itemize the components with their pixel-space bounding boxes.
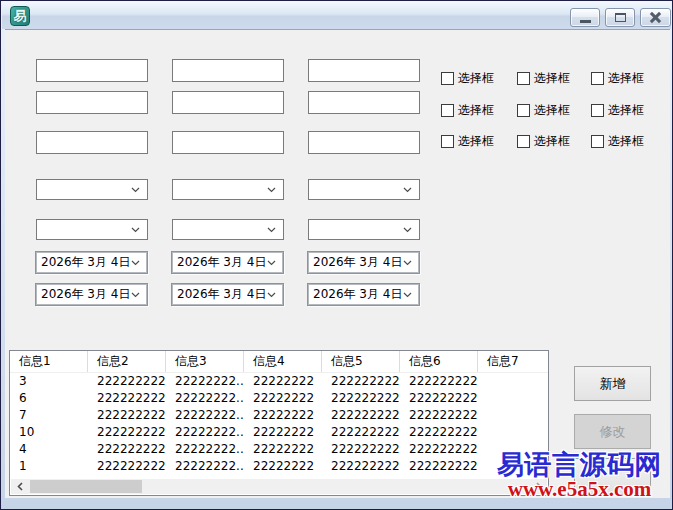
table-cell: 222222222 [322, 390, 400, 407]
date-picker-3[interactable]: 2026年 3月 4日 [307, 251, 420, 274]
date-value: 2026年 3月 4日 [177, 286, 266, 303]
checkbox-3[interactable]: 选择框 [591, 71, 644, 86]
table-cell: 22222222 [244, 390, 322, 407]
table-row[interactable]: 1022222222222222222...222222222222222222… [10, 424, 548, 441]
text-field-4[interactable] [36, 91, 148, 114]
close-icon [650, 12, 661, 23]
column-header[interactable]: 信息7 [478, 351, 548, 372]
maximize-icon [615, 13, 626, 22]
table-cell: 2222222222 [400, 373, 478, 390]
chevron-down-icon [267, 260, 276, 266]
checkbox-box [441, 72, 454, 85]
maximize-button[interactable] [605, 8, 635, 27]
table-cell [478, 390, 548, 407]
minimize-icon [580, 20, 591, 23]
table-cell: 22222222... [166, 407, 244, 424]
checkbox-label: 选择框 [458, 133, 494, 150]
table-cell: 222222222 [322, 424, 400, 441]
checkbox-box [441, 104, 454, 117]
column-header[interactable]: 信息1 [10, 351, 88, 372]
date-picker-4[interactable]: 2026年 3月 4日 [35, 283, 148, 306]
table-header-row: 信息1信息2信息3信息4信息5信息6信息7 [10, 351, 548, 373]
checkbox-1[interactable]: 选择框 [441, 71, 494, 86]
checkbox-4[interactable]: 选择框 [441, 103, 494, 118]
table-cell: 2222222222 [400, 390, 478, 407]
close-button[interactable] [640, 8, 671, 27]
date-picker-6[interactable]: 2026年 3月 4日 [307, 283, 420, 306]
combo-box-6[interactable] [308, 219, 420, 240]
chevron-down-icon [131, 227, 140, 233]
table-cell: 2222222222 [400, 424, 478, 441]
text-field-7[interactable] [36, 131, 148, 154]
date-picker-2[interactable]: 2026年 3月 4日 [171, 251, 284, 274]
table-cell: 22222222... [166, 390, 244, 407]
table-cell: 4 [10, 441, 88, 458]
combo-box-2[interactable] [172, 179, 284, 200]
date-picker-5[interactable]: 2026年 3月 4日 [171, 283, 284, 306]
table-cell: 7 [10, 407, 88, 424]
checkbox-9[interactable]: 选择框 [591, 134, 644, 149]
table-cell: 22222222 [244, 441, 322, 458]
minimize-button[interactable] [570, 8, 600, 27]
checkbox-label: 选择框 [608, 133, 644, 150]
checkbox-box [517, 135, 530, 148]
table-cell: 22222222... [166, 373, 244, 390]
column-header[interactable]: 信息4 [244, 351, 322, 372]
table-row[interactable]: 422222222222222222...2222222222222222222… [10, 441, 548, 458]
modify-button[interactable]: 修改 [574, 414, 651, 449]
checkbox-label: 选择框 [534, 102, 570, 119]
table-cell: 222222222 [88, 407, 166, 424]
combo-box-1[interactable] [36, 179, 148, 200]
combo-box-5[interactable] [172, 219, 284, 240]
date-value: 2026年 3月 4日 [313, 254, 402, 271]
scroll-left-arrow[interactable] [11, 479, 28, 494]
combo-box-3[interactable] [308, 179, 420, 200]
text-field-5[interactable] [172, 91, 284, 114]
horizontal-scrollbar[interactable] [11, 479, 547, 494]
date-picker-1[interactable]: 2026年 3月 4日 [35, 251, 148, 274]
table-cell [478, 424, 548, 441]
checkbox-box [517, 104, 530, 117]
text-field-6[interactable] [308, 91, 420, 114]
text-field-3[interactable] [308, 59, 420, 82]
text-field-2[interactable] [172, 59, 284, 82]
table-row[interactable]: 122222222222222222...2222222222222222222… [10, 458, 548, 475]
checkbox-label: 选择框 [458, 70, 494, 87]
checkbox-box [591, 72, 604, 85]
bottom-button[interactable] [574, 458, 651, 494]
chevron-right-icon [536, 482, 542, 491]
checkbox-box [441, 135, 454, 148]
table-cell: 222222222 [322, 441, 400, 458]
table-cell: 2222222222 [400, 407, 478, 424]
checkbox-7[interactable]: 选择框 [441, 134, 494, 149]
column-header[interactable]: 信息6 [400, 351, 478, 372]
checkbox-box [517, 72, 530, 85]
table-cell: 222222222 [322, 407, 400, 424]
add-button[interactable]: 新增 [574, 366, 651, 401]
chevron-down-icon [267, 187, 276, 193]
chevron-down-icon [267, 292, 276, 298]
chevron-down-icon [403, 292, 412, 298]
checkbox-2[interactable]: 选择框 [517, 71, 570, 86]
chevron-down-icon [403, 260, 412, 266]
chevron-down-icon [131, 292, 140, 298]
date-value: 2026年 3月 4日 [41, 286, 130, 303]
combo-box-4[interactable] [36, 219, 148, 240]
checkbox-6[interactable]: 选择框 [591, 103, 644, 118]
column-header[interactable]: 信息5 [322, 351, 400, 372]
column-header[interactable]: 信息3 [166, 351, 244, 372]
text-field-1[interactable] [36, 59, 148, 82]
table-row[interactable]: 722222222222222222...2222222222222222222… [10, 407, 548, 424]
text-field-8[interactable] [172, 131, 284, 154]
column-header[interactable]: 信息2 [88, 351, 166, 372]
date-value: 2026年 3月 4日 [177, 254, 266, 271]
text-field-9[interactable] [308, 131, 420, 154]
scrollbar-thumb[interactable] [30, 480, 142, 493]
date-value: 2026年 3月 4日 [313, 286, 402, 303]
checkbox-5[interactable]: 选择框 [517, 103, 570, 118]
table-cell: 222222222 [88, 390, 166, 407]
table-row[interactable]: 322222222222222222...2222222222222222222… [10, 373, 548, 390]
checkbox-8[interactable]: 选择框 [517, 134, 570, 149]
scroll-right-arrow[interactable] [530, 479, 547, 494]
table-row[interactable]: 622222222222222222...2222222222222222222… [10, 390, 548, 407]
